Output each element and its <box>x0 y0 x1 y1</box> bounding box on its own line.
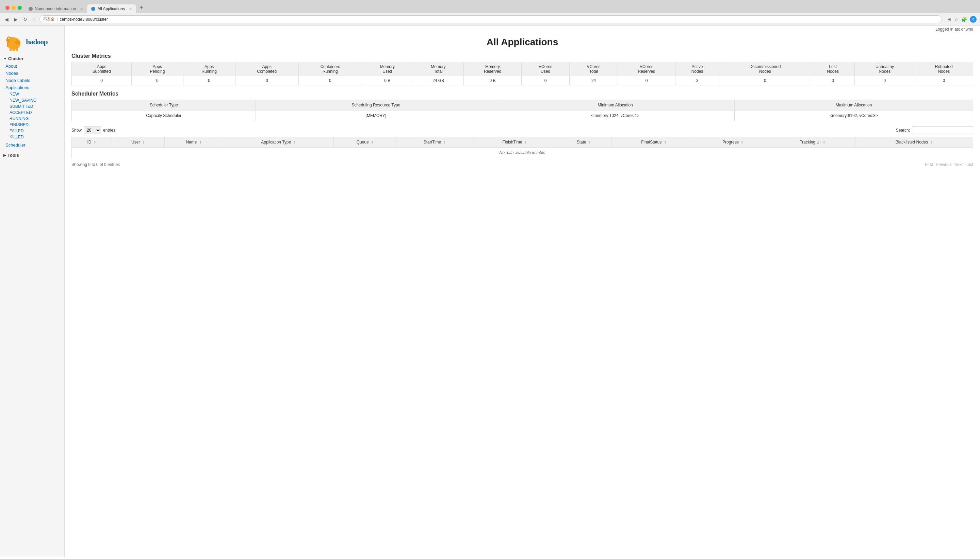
sort-progress-icon: ⇕ <box>741 141 743 144</box>
val-vcores-used: 0 <box>521 76 569 85</box>
tab-label: Namenode information <box>35 7 76 11</box>
minimize-button[interactable] <box>12 6 16 10</box>
sidebar-item-applications[interactable]: Applications <box>0 84 64 91</box>
sort-finish-icon: ⇕ <box>524 141 527 144</box>
extensions-icon[interactable]: 🧩 <box>961 17 967 22</box>
val-scheduler-type: Capacity Scheduler <box>72 111 256 121</box>
browser-actions: ⊞ ☆ 🧩 d <box>947 16 977 23</box>
user-avatar[interactable]: d <box>970 16 977 23</box>
table-controls: Show 20 50 100 entries Search: <box>71 126 973 134</box>
sidebar-item-node-labels[interactable]: Node Labels <box>0 77 64 84</box>
node-labels-link[interactable]: Node Labels <box>5 78 30 83</box>
col-starttime[interactable]: StartTime ⇕ <box>396 137 473 147</box>
sidebar: hadoop ▼ Cluster About Nodes Node Labels… <box>0 25 65 557</box>
sidebar-item-nodes[interactable]: Nodes <box>0 70 64 77</box>
address-field[interactable]: 不安全 | centos-node3:8088/cluster <box>40 15 942 23</box>
tab-close-icon[interactable]: ✕ <box>80 7 83 11</box>
tab-close-active-icon[interactable]: ✕ <box>129 7 132 11</box>
traffic-lights <box>3 3 25 13</box>
search-label: Search: <box>896 128 910 132</box>
sidebar-subitem-new-saving[interactable]: NEW_SAVING <box>0 97 64 103</box>
sidebar-subitem-submitted[interactable]: SUBMITTED <box>0 103 64 109</box>
scheduler-link[interactable]: Scheduler <box>5 142 25 147</box>
scheduler-metrics-table: Scheduler Type Scheduling Resource Type … <box>71 99 973 121</box>
sidebar-tools-header[interactable]: ▶ Tools <box>0 151 64 159</box>
col-min-allocation: Minimum Allocation <box>496 100 735 111</box>
forward-button[interactable]: ▶ <box>13 16 19 23</box>
tab-all-applications[interactable]: All Applications ✕ <box>87 5 136 13</box>
col-id[interactable]: ID ⇕ <box>72 137 112 147</box>
new-saving-link[interactable]: NEW_SAVING <box>10 98 36 103</box>
last-button: Last <box>965 162 973 167</box>
svg-rect-8 <box>16 48 18 51</box>
browser-chrome: Namenode information ✕ All Applications … <box>0 0 980 25</box>
finished-link[interactable]: FINISHED <box>10 122 28 127</box>
sort-blacklist-icon: ⇕ <box>930 141 933 144</box>
val-min-allocation: <memory:1024, vCores:1> <box>496 111 735 121</box>
col-tracking-ui[interactable]: Tracking UI ⇕ <box>770 137 856 147</box>
val-apps-running: 0 <box>183 76 235 85</box>
col-name[interactable]: Name ⇕ <box>164 137 223 147</box>
sidebar-subitem-killed[interactable]: KILLED <box>0 134 64 140</box>
failed-link[interactable]: FAILED <box>10 129 23 133</box>
col-scheduler-type: Scheduler Type <box>72 100 256 111</box>
tab-namenode[interactable]: Namenode information ✕ <box>25 5 87 13</box>
bookmark-icon[interactable]: ☆ <box>954 17 958 22</box>
home-button[interactable]: ⌂ <box>31 16 37 23</box>
col-blacklisted-nodes[interactable]: Blacklisted Nodes ⇕ <box>856 137 973 147</box>
main-content: All Applications Cluster Metrics AppsSub… <box>65 33 980 557</box>
col-queue[interactable]: Queue ⇕ <box>334 137 396 147</box>
refresh-button[interactable]: ↻ <box>22 16 28 23</box>
svg-rect-6 <box>10 48 12 51</box>
about-link[interactable]: About <box>5 64 17 69</box>
col-finishtime[interactable]: FinishTime ⇕ <box>473 137 556 147</box>
content-area: Logged in as: dr.who All Applications Cl… <box>65 25 980 557</box>
nodes-link[interactable]: Nodes <box>5 71 18 76</box>
col-lost-nodes: LostNodes <box>811 62 855 76</box>
showing-text: Showing 0 to 0 of 0 entries <box>71 162 120 167</box>
close-button[interactable] <box>5 6 10 10</box>
cluster-metrics-title: Cluster Metrics <box>71 53 973 59</box>
sidebar-subitem-running[interactable]: RUNNING <box>0 116 64 122</box>
val-apps-pending: 0 <box>132 76 183 85</box>
col-rebooted-nodes: RebootedNodes <box>915 62 973 76</box>
translate-icon[interactable]: ⊞ <box>947 17 952 22</box>
sort-apptype-icon: ⇕ <box>294 141 296 144</box>
address-text: centos-node3:8088/cluster <box>60 17 108 22</box>
back-button[interactable]: ◀ <box>3 16 10 23</box>
show-entries-select[interactable]: 20 50 100 <box>84 126 101 134</box>
sidebar-subitem-failed[interactable]: FAILED <box>0 128 64 134</box>
col-state[interactable]: State ⇕ <box>556 137 612 147</box>
sort-queue-icon: ⇕ <box>371 141 374 144</box>
accepted-link[interactable]: ACCEPTED <box>10 110 32 115</box>
new-link[interactable]: NEW <box>10 92 19 97</box>
sidebar-item-about[interactable]: About <box>0 63 64 70</box>
submitted-link[interactable]: SUBMITTED <box>10 104 33 109</box>
col-finalstatus[interactable]: FinalStatus ⇕ <box>612 137 696 147</box>
search-input[interactable] <box>912 126 973 134</box>
sidebar-subitem-finished[interactable]: FINISHED <box>0 122 64 128</box>
maximize-button[interactable] <box>18 6 22 10</box>
sidebar-cluster-header[interactable]: ▼ Cluster <box>0 55 64 63</box>
col-application-type[interactable]: Application Type ⇕ <box>223 137 334 147</box>
app-container: hadoop ▼ Cluster About Nodes Node Labels… <box>0 25 980 557</box>
show-label: Show <box>71 128 82 132</box>
applications-link[interactable]: Applications <box>5 85 29 90</box>
val-active-nodes[interactable]: 3 <box>675 76 719 85</box>
sidebar-item-scheduler[interactable]: Scheduler <box>0 141 64 149</box>
sidebar-subitem-accepted[interactable]: ACCEPTED <box>0 109 64 116</box>
sort-name-icon: ⇕ <box>199 141 202 144</box>
running-link[interactable]: RUNNING <box>10 116 28 121</box>
val-containers-running: 0 <box>298 76 362 85</box>
killed-link[interactable]: KILLED <box>10 135 23 139</box>
col-unhealthy-nodes: UnhealthyNodes <box>855 62 915 76</box>
hadoop-logo: hadoop <box>0 29 64 55</box>
col-progress[interactable]: Progress ⇕ <box>696 137 770 147</box>
sort-final-icon: ⇕ <box>664 141 667 144</box>
col-containers-running: ContainersRunning <box>298 62 362 76</box>
new-tab-button[interactable]: + <box>136 2 147 13</box>
active-nodes-link[interactable]: 3 <box>696 78 698 83</box>
sidebar-subitem-new[interactable]: NEW <box>0 91 64 97</box>
col-user[interactable]: User ⇕ <box>112 137 165 147</box>
tab-favicon <box>28 7 33 11</box>
